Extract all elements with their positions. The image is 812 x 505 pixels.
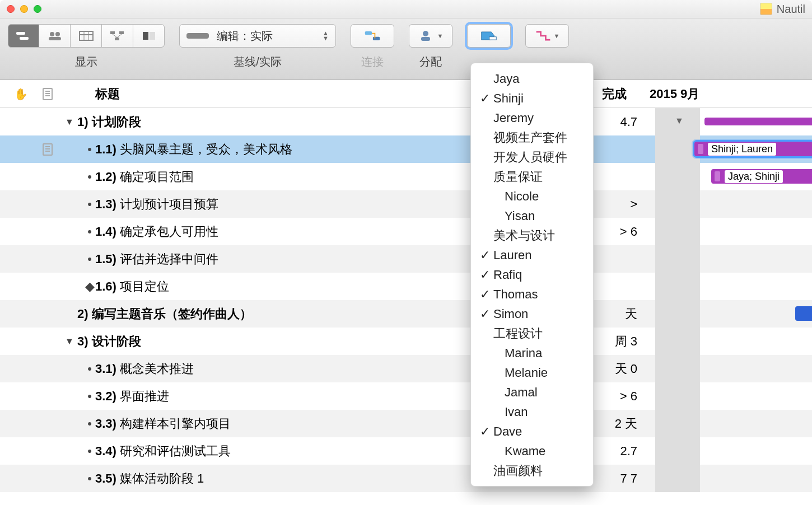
task-row[interactable]: •3.2)界面推进> 6 [0, 382, 812, 410]
baseline-selector[interactable]: 编辑：实际 ▲▼ [179, 24, 336, 48]
task-title: 概念美术推进 [120, 361, 194, 377]
menu-item[interactable]: ✓Simon [471, 304, 593, 324]
task-bullet-icon: • [84, 142, 95, 157]
menu-item[interactable]: ✓Dave [471, 422, 593, 441]
view-network-button[interactable] [102, 24, 133, 48]
menu-item[interactable]: Ivan [471, 402, 593, 422]
svg-point-18 [423, 31, 428, 36]
menu-item[interactable]: 工程设计 [471, 324, 593, 343]
task-bullet-icon: ◆ [84, 279, 95, 294]
gantt-bar-label: Shinji; Lauren [708, 143, 776, 156]
menu-item[interactable]: Yisan [471, 206, 593, 226]
menu-item[interactable]: 质量保证 [471, 167, 593, 186]
gantt-summary-toggle-icon[interactable]: ▼ [675, 116, 684, 126]
grab-column-icon[interactable]: ✋ [14, 87, 28, 101]
task-number: 3.3) [95, 417, 116, 431]
task-group-row[interactable]: 2)编写主题音乐（签约作曲人）天 [0, 300, 812, 328]
menu-item[interactable]: Melanie [471, 363, 593, 382]
task-row[interactable]: •3.1)概念美术推进天 0 [0, 355, 812, 382]
disclosure-triangle-icon[interactable]: ▼ [62, 117, 77, 127]
view-calendar-button[interactable] [71, 24, 102, 48]
column-gantt-header[interactable]: 2015 9月 [644, 86, 812, 102]
gantt-bar[interactable]: Shinji; Lauren [694, 142, 812, 156]
task-row[interactable]: •3.3)构建样本引擎内项目2 天 [0, 410, 812, 437]
task-number: 3) [77, 334, 88, 349]
task-done-cell: > [588, 197, 644, 212]
menu-item[interactable]: ✓Rafiq [471, 265, 593, 284]
toolbar-group-baseline-label: 基线/实际 [234, 54, 282, 69]
gantt-cell [644, 465, 812, 492]
svg-rect-1 [20, 37, 29, 40]
svg-rect-15 [150, 32, 155, 40]
gantt-summary-bar[interactable] [704, 118, 812, 125]
gantt-bar[interactable] [795, 306, 812, 321]
highlight-resource-button[interactable] [467, 24, 511, 48]
assign-resource-button[interactable]: ▼ [409, 24, 452, 48]
menu-item[interactable]: Kwame [471, 441, 593, 461]
menu-item[interactable]: ✓Thomas [471, 284, 593, 304]
critical-path-button[interactable]: ▼ [525, 24, 569, 48]
menu-item[interactable]: 油画颜料 [471, 461, 593, 480]
gantt-date-label: 2015 9月 [650, 86, 699, 102]
zoom-window-icon[interactable] [34, 5, 41, 13]
checkmark-icon: ✓ [480, 424, 493, 439]
task-row[interactable]: ◆1.6)项目定位 [0, 273, 812, 300]
menu-item[interactable]: 美术与设计 [471, 226, 593, 245]
gantt-bar[interactable]: Jaya; Shinji [711, 169, 812, 184]
checkmark-icon: ✓ [480, 91, 493, 106]
menu-item[interactable]: Jaya [471, 69, 593, 88]
task-number: 1.1) [95, 142, 116, 157]
task-row[interactable]: •1.5)评估并选择中间件 [0, 245, 812, 273]
task-row[interactable]: •1.2)确定项目范围Jaya; Shinji [0, 163, 812, 190]
svg-rect-4 [49, 37, 61, 40]
task-done-cell: 2.7 [588, 444, 644, 459]
task-done-cell: > 6 [588, 225, 644, 239]
disclosure-triangle-icon[interactable]: ▼ [62, 336, 77, 347]
menu-item[interactable]: ✓Lauren [471, 245, 593, 265]
gantt-cell [644, 245, 812, 273]
svg-rect-21 [489, 37, 496, 40]
task-title: 项目定位 [120, 278, 169, 295]
task-group-row[interactable]: ▼1)计划阶段4.7▼ [0, 108, 812, 135]
menu-item[interactable]: ✓Shinji [471, 88, 593, 108]
task-number: 3.1) [95, 362, 116, 376]
toolbar: 显示 编辑：实际 ▲▼ 基线/实际 连接 ▼ 分配 [0, 18, 812, 80]
view-gantt-button[interactable] [8, 24, 39, 48]
view-resources-button[interactable] [39, 24, 71, 48]
task-title: 媒体活动阶段 1 [120, 470, 204, 487]
resource-highlight-menu[interactable]: Jaya✓ShinjiJeremy视频生产套件开发人员硬件质量保证NicoleY… [470, 63, 594, 487]
gantt-cell [644, 410, 812, 437]
gantt-bar-handle-icon[interactable] [715, 171, 720, 181]
task-row[interactable]: •1.1)头脑风暴主题，受众，美术风格Shinji; Lauren [0, 135, 812, 163]
task-row[interactable]: •3.4)研究和评估测试工具2.7 [0, 437, 812, 465]
close-window-icon[interactable] [7, 5, 15, 13]
svg-rect-17 [373, 37, 380, 40]
note-icon[interactable] [43, 143, 53, 156]
gantt-bar-handle-icon[interactable] [698, 144, 703, 154]
task-row[interactable]: •3.5)媒体活动阶段 1> 4 周7 7 [0, 465, 812, 492]
gantt-cell [644, 273, 812, 300]
baseline-label: 编辑：实际 [217, 29, 273, 44]
column-done-header[interactable]: 完成 [599, 86, 644, 102]
menu-item[interactable]: Jeremy [471, 108, 593, 128]
view-board-button[interactable] [133, 24, 165, 48]
checkmark-icon: ✓ [480, 287, 493, 302]
menu-item[interactable]: 开发人员硬件 [471, 147, 593, 167]
app-logo-icon [760, 3, 772, 15]
gantt-cell: Shinji; Lauren [644, 135, 812, 163]
menu-item-label: 美术与设计 [493, 227, 555, 244]
menu-item[interactable]: 视频生产套件 [471, 128, 593, 147]
task-row[interactable]: •1.3)计划预计项目预算> [0, 190, 812, 218]
minimize-window-icon[interactable] [20, 5, 28, 13]
gantt-cell [644, 190, 812, 218]
task-number: 1.2) [95, 170, 116, 184]
menu-item[interactable]: Marina [471, 343, 593, 363]
notes-column-icon[interactable] [43, 88, 53, 100]
menu-item-label: Kwame [505, 444, 545, 459]
task-group-row[interactable]: ▼3)设计阶段> 11 周 0.周 3 [0, 328, 812, 355]
menu-item[interactable]: Jamal [471, 382, 593, 402]
toolbar-group-display-label: 显示 [75, 54, 97, 69]
task-row[interactable]: •1.4)确定承包人可用性> 6 [0, 218, 812, 245]
connect-tasks-button[interactable] [351, 24, 394, 48]
menu-item[interactable]: Nicole [471, 186, 593, 206]
